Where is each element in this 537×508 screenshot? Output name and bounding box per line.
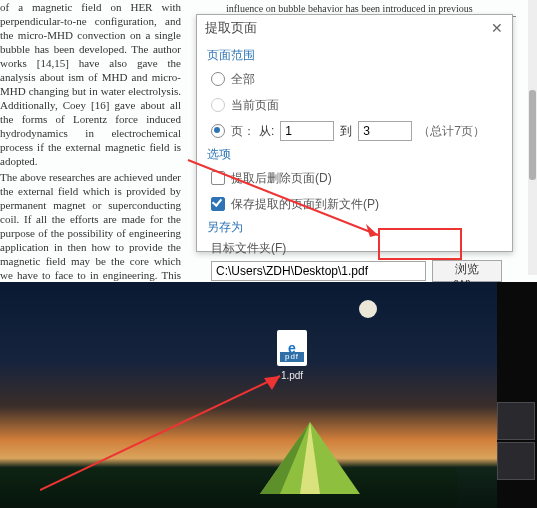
radio-icon[interactable] [211,124,225,138]
taskbar-tile[interactable] [497,442,535,480]
section-options: 选项 [207,146,502,163]
radio-icon[interactable] [211,72,225,86]
desktop-file[interactable]: e pdf 1.pdf [272,330,312,381]
opt-delete-label: 提取后删除页面(D) [231,170,332,187]
dialog-titlebar: 提取页面 ✕ [197,15,512,41]
wallpaper: e pdf 1.pdf [0,282,497,508]
scrollbar-thumb[interactable] [529,90,536,180]
to-input[interactable] [358,121,412,141]
scrollbar[interactable] [528,0,537,275]
taskbar-tile[interactable] [497,402,535,440]
document-left-column: of a magnetic field on HER with perpendi… [0,0,185,275]
pdf-band: pdf [280,352,304,362]
total-pages: （总计7页） [418,123,485,140]
from-label: 从: [259,123,274,140]
dialog-title: 提取页面 [205,15,257,41]
browse-button[interactable]: 浏览(W)... [432,260,502,282]
path-input[interactable] [211,261,426,281]
opt-newfile-label: 保存提取的页面到新文件(P) [231,196,379,213]
row-save-new[interactable]: 保存提取的页面到新文件(P) [211,193,502,215]
close-icon[interactable]: ✕ [490,21,504,35]
file-label: 1.pdf [272,370,312,381]
bottom-panel: e pdf 1.pdf [0,282,537,508]
doc-paragraph-1: of a magnetic field on HER with perpendi… [0,0,181,168]
opt-pages-label: 页： [231,123,255,140]
taskbar-right [497,282,537,508]
top-panel: of a magnetic field on HER with perpendi… [0,0,537,280]
row-all[interactable]: 全部 [211,68,502,90]
section-page-range: 页面范围 [207,47,502,64]
radio-icon [211,98,225,112]
row-path: 浏览(W)... [211,260,502,282]
tent [250,418,370,498]
row-folder-label: 目标文件夹(F) [211,240,502,256]
row-current: 当前页面 [211,94,502,116]
row-pages[interactable]: 页： 从: 到 （总计7页） [211,120,502,142]
folder-label: 目标文件夹(F) [211,240,286,257]
ground [0,468,457,508]
extract-pages-dialog: 提取页面 ✕ 页面范围 全部 当前页面 页： 从: 到 [196,14,513,252]
opt-current-label: 当前页面 [231,97,279,114]
pdf-file-icon: e pdf [277,330,307,366]
page-range-inputs: 从: 到 （总计7页） [259,121,485,141]
moon-icon [359,300,377,318]
from-input[interactable] [280,121,334,141]
section-saveas: 另存为 [207,219,502,236]
dialog-body: 页面范围 全部 当前页面 页： 从: 到 （总计7页） [197,41,512,318]
row-delete-after[interactable]: 提取后删除页面(D) [211,167,502,189]
checkbox-icon[interactable] [211,171,225,185]
opt-all-label: 全部 [231,71,255,88]
checkbox-icon[interactable] [211,197,225,211]
to-label: 到 [340,123,352,140]
